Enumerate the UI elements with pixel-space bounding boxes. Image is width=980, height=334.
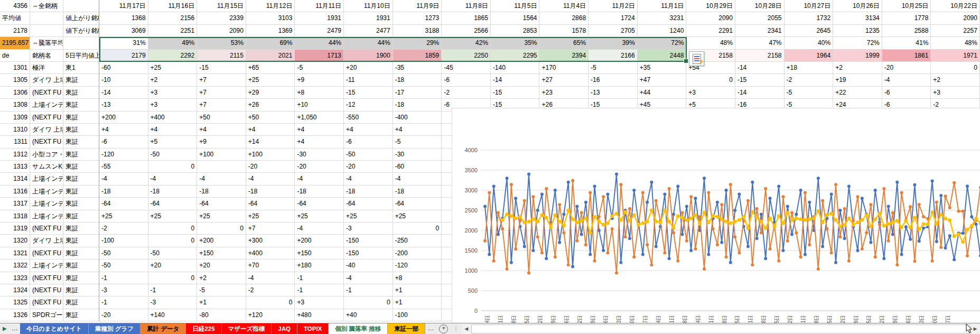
stock-name[interactable]: ダイワ 上場 [30, 74, 63, 86]
stock-change-value[interactable]: -20 [99, 309, 148, 321]
stock-change-value[interactable]: -20 [344, 161, 393, 173]
stock-change-value[interactable]: +3 [686, 87, 735, 99]
stock-change-value[interactable]: -17 [393, 87, 442, 99]
losers-value[interactable]: 1240 [638, 25, 687, 37]
stock-change-value[interactable]: -4 [246, 272, 295, 284]
avg5d-value[interactable]: 2179 [99, 50, 148, 62]
cell-total-issues[interactable]: 4356 [0, 0, 30, 12]
stock-market[interactable]: 東証 [63, 87, 99, 99]
updown-pct-value[interactable]: 42% [442, 37, 491, 49]
stock-change-value[interactable]: +5 [148, 136, 198, 148]
gainers-value[interactable]: 1931 [344, 12, 393, 24]
date-header[interactable]: 10月26日 [833, 0, 882, 12]
stock-change-value[interactable]: -3 [148, 296, 198, 309]
paste-options-button[interactable] [689, 51, 704, 66]
stock-change-value[interactable]: +8 [393, 272, 442, 284]
updown-pct-value[interactable]: 53% [197, 37, 246, 49]
stock-change-value[interactable]: -18 [246, 185, 295, 198]
stock-change-value[interactable]: -20 [295, 161, 344, 173]
stock-change-value[interactable]: +40 [344, 309, 393, 321]
stock-change-value[interactable]: +4 [344, 124, 393, 136]
stock-change-value[interactable]: -15 [344, 87, 393, 99]
stock-change-value[interactable]: -64 [197, 198, 246, 210]
stock-market[interactable]: 東1 [63, 62, 99, 74]
stock-change-value[interactable]: +7 [246, 222, 295, 235]
stock-change-value[interactable]: -6 [882, 87, 931, 99]
stock-change-value[interactable]: +25 [197, 210, 246, 222]
stock-change-value[interactable]: +3 [148, 87, 198, 99]
stock-market[interactable]: 東証 [63, 309, 99, 321]
date-header[interactable]: 11月15日 [197, 0, 246, 12]
stock-change-value[interactable]: -1 [344, 284, 393, 296]
cell-updown-avg-label[interactable]: ⇔騰落平均 [30, 37, 63, 49]
scrollbar-track[interactable] [471, 324, 970, 333]
stock-change-value[interactable]: +20 [344, 62, 393, 74]
stock-change-value[interactable]: -50 [99, 259, 148, 272]
stock-code[interactable]: 1314 [0, 173, 30, 185]
gainers-value[interactable]: 2090 [931, 12, 980, 24]
losers-value[interactable]: 2251 [148, 25, 198, 37]
stock-name[interactable]: 上場インデ [30, 173, 63, 185]
stock-code[interactable]: 1325 [0, 296, 30, 309]
stock-change-value[interactable]: +50 [197, 112, 246, 124]
stock-market[interactable]: 東証 [63, 259, 99, 272]
stock-change-value[interactable]: +400 [148, 112, 198, 124]
losers-value[interactable]: 2853 [491, 25, 540, 37]
stock-change-value[interactable]: +4 [393, 124, 442, 136]
new-sheet-button[interactable]: + [439, 324, 448, 333]
date-header[interactable]: 10月29日 [686, 0, 735, 12]
stock-change-value[interactable]: -16 [589, 74, 638, 86]
stock-change-value[interactable]: -14 [491, 74, 540, 86]
stock-change-value[interactable]: -100 [393, 309, 442, 321]
stock-change-value[interactable]: +200 [197, 235, 246, 247]
stock-code[interactable]: 1326 [0, 309, 30, 321]
stock-name[interactable]: (NEXT FU [30, 136, 63, 148]
stock-change-value[interactable]: +18 [785, 62, 834, 74]
stock-change-value[interactable]: -50 [148, 149, 198, 161]
stock-change-value[interactable] [197, 161, 246, 173]
stock-change-value[interactable]: 0 [931, 62, 980, 74]
stock-change-value[interactable]: -100 [99, 235, 148, 247]
stock-change-value[interactable]: -60 [99, 62, 148, 74]
gainers-value[interactable]: 2339 [197, 12, 246, 24]
stock-change-value[interactable]: +480 [295, 309, 344, 321]
stock-change-value[interactable]: +200 [99, 112, 148, 124]
stock-change-value[interactable]: -18 [344, 185, 393, 198]
sheet-nav-more-icon[interactable]: … [10, 323, 20, 334]
stock-change-value[interactable]: 0 [148, 235, 198, 247]
stock-change-value[interactable]: +22 [833, 87, 882, 99]
cell-blank[interactable] [63, 0, 99, 12]
stock-change-value[interactable]: -13 [589, 87, 638, 99]
stock-name[interactable]: 上場インデ [30, 210, 63, 222]
updown-pct-value[interactable]: 44% [295, 37, 344, 49]
stock-change-value[interactable]: +44 [638, 87, 687, 99]
stock-change-value[interactable]: +7 [197, 74, 246, 86]
stock-change-value[interactable]: -14 [99, 87, 148, 99]
stock-change-value[interactable]: -30 [393, 149, 442, 161]
stock-change-value[interactable]: 0 [197, 222, 246, 235]
cell-blank[interactable] [30, 25, 63, 37]
gainers-value[interactable]: 1564 [491, 12, 540, 24]
stock-code[interactable]: 1311 [0, 136, 30, 148]
date-header[interactable]: 11月17日 [99, 0, 148, 12]
stock-name[interactable]: サムスンK [30, 161, 63, 173]
updown-pct-value[interactable]: 48% [931, 37, 980, 49]
sheet-tab-8[interactable]: 個別 騰落率 推移 [329, 323, 388, 334]
stock-name[interactable]: SPDRゴー [30, 309, 63, 321]
stock-change-value[interactable]: -80 [197, 309, 246, 321]
stock-name[interactable]: (NEXT FU [30, 272, 63, 284]
date-header[interactable]: 11月10日 [344, 0, 393, 12]
stock-change-value[interactable]: -12 [344, 99, 393, 111]
stock-change-value[interactable]: +4 [295, 124, 344, 136]
gainers-value[interactable]: 2868 [539, 12, 589, 24]
gainers-value[interactable]: 2055 [735, 12, 785, 24]
stock-change-value[interactable]: +1 [197, 296, 246, 309]
stock-change-value[interactable]: -15 [735, 74, 785, 86]
sheet-tab-6[interactable]: JAQ [272, 323, 297, 334]
stock-change-value[interactable]: 0 [686, 74, 735, 86]
stock-change-value[interactable]: -30 [295, 149, 344, 161]
stock-change-value[interactable]: -64 [99, 198, 148, 210]
stock-code[interactable]: 1309 [0, 112, 30, 124]
stock-change-value[interactable]: -64 [148, 198, 198, 210]
stock-change-value[interactable]: -4 [393, 173, 442, 185]
